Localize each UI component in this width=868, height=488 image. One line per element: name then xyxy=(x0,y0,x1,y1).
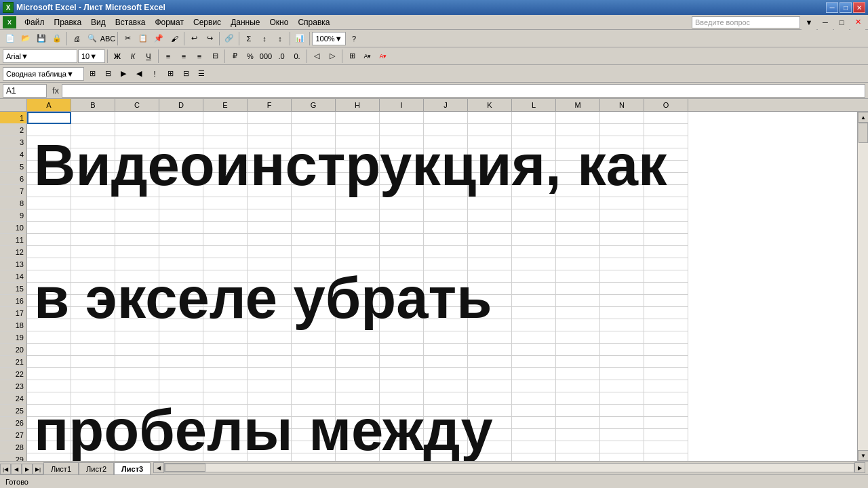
cell-I5[interactable] xyxy=(380,161,424,173)
zoom-selector[interactable]: 100%▼ xyxy=(312,32,346,45)
new-btn[interactable]: 📄 xyxy=(3,31,18,46)
cell-O4[interactable] xyxy=(644,148,688,161)
cell-C3[interactable] xyxy=(115,136,159,148)
cell-O22[interactable] xyxy=(644,368,688,380)
cell-A21[interactable] xyxy=(27,356,71,368)
pivot-btn7[interactable]: ⊟ xyxy=(178,66,193,81)
cell-N18[interactable] xyxy=(600,319,644,331)
cell-A23[interactable] xyxy=(27,380,71,392)
cell-J8[interactable] xyxy=(424,197,468,209)
help-search-btn[interactable]: ▼ xyxy=(802,15,816,30)
cell-O18[interactable] xyxy=(644,319,688,331)
cell-D3[interactable] xyxy=(159,136,203,148)
cell-H23[interactable] xyxy=(336,380,380,392)
cell-K29[interactable] xyxy=(468,453,512,461)
help-btn[interactable]: ? xyxy=(347,31,361,46)
cell-M22[interactable] xyxy=(556,368,600,380)
cell-C29[interactable] xyxy=(115,453,159,461)
cell-K4[interactable] xyxy=(468,148,512,161)
cell-O19[interactable] xyxy=(644,331,688,344)
col-header-b[interactable]: B xyxy=(71,99,115,111)
cell-F23[interactable] xyxy=(248,380,292,392)
cell-D13[interactable] xyxy=(159,258,203,270)
cell-N10[interactable] xyxy=(600,222,644,234)
cell-E19[interactable] xyxy=(203,331,248,344)
cell-F10[interactable] xyxy=(248,222,292,234)
cell-C25[interactable] xyxy=(115,405,159,417)
row-num-21[interactable]: 21 xyxy=(0,356,26,368)
cell-L19[interactable] xyxy=(512,331,556,344)
row-num-5[interactable]: 5 xyxy=(0,161,26,173)
cell-I28[interactable] xyxy=(380,441,424,453)
menu-window[interactable]: Окно xyxy=(265,16,292,28)
cell-C26[interactable] xyxy=(115,417,159,429)
row-num-22[interactable]: 22 xyxy=(0,368,26,380)
cell-L27[interactable] xyxy=(512,429,556,441)
save-btn[interactable]: 💾 xyxy=(34,31,49,46)
menu-help[interactable]: Справка xyxy=(294,16,334,28)
cell-H5[interactable] xyxy=(336,161,380,173)
cell-A22[interactable] xyxy=(27,368,71,380)
cell-I21[interactable] xyxy=(380,356,424,368)
cell-H7[interactable] xyxy=(336,185,380,197)
cell-F13[interactable] xyxy=(248,258,292,270)
cell-K24[interactable] xyxy=(468,392,512,405)
cell-M23[interactable] xyxy=(556,380,600,392)
cell-D15[interactable] xyxy=(159,283,203,295)
window-min-btn2[interactable]: ─ xyxy=(818,15,833,30)
cell-C18[interactable] xyxy=(115,319,159,331)
cell-K5[interactable] xyxy=(468,161,512,173)
cell-A13[interactable] xyxy=(27,258,71,270)
cell-K8[interactable] xyxy=(468,197,512,209)
cell-J28[interactable] xyxy=(424,441,468,453)
cell-B1[interactable] xyxy=(71,112,115,124)
cell-N2[interactable] xyxy=(600,124,644,136)
cell-H1[interactable] xyxy=(336,112,380,124)
cell-F12[interactable] xyxy=(248,246,292,258)
cell-A10[interactable] xyxy=(27,222,71,234)
cell-M10[interactable] xyxy=(556,222,600,234)
cell-M16[interactable] xyxy=(556,295,600,307)
cell-B14[interactable] xyxy=(71,270,115,283)
thousands-btn[interactable]: 000 xyxy=(258,49,273,64)
row-num-16[interactable]: 16 xyxy=(0,295,26,307)
row-num-23[interactable]: 23 xyxy=(0,380,26,392)
formula-icon[interactable]: fx xyxy=(52,85,59,96)
cell-E1[interactable] xyxy=(203,112,248,124)
cell-N27[interactable] xyxy=(600,429,644,441)
sheet-tab-1[interactable]: Лист1 xyxy=(43,462,79,474)
cell-H14[interactable] xyxy=(336,270,380,283)
cell-B12[interactable] xyxy=(71,246,115,258)
cell-E13[interactable] xyxy=(203,258,248,270)
merge-btn[interactable]: ⊟ xyxy=(208,49,222,64)
cell-A27[interactable] xyxy=(27,429,71,441)
cell-B29[interactable] xyxy=(71,453,115,461)
cell-D6[interactable] xyxy=(159,173,203,185)
close-button[interactable]: ✕ xyxy=(853,2,865,13)
cell-G15[interactable] xyxy=(292,283,336,295)
cell-M21[interactable] xyxy=(556,356,600,368)
cell-O28[interactable] xyxy=(644,441,688,453)
cell-G12[interactable] xyxy=(292,246,336,258)
cell-I14[interactable] xyxy=(380,270,424,283)
cell-G4[interactable] xyxy=(292,148,336,161)
preview-btn[interactable]: 🔍 xyxy=(85,31,100,46)
cell-K6[interactable] xyxy=(468,173,512,185)
cut-btn[interactable]: ✂ xyxy=(120,31,135,46)
cell-G19[interactable] xyxy=(292,331,336,344)
cell-H22[interactable] xyxy=(336,368,380,380)
cell-L16[interactable] xyxy=(512,295,556,307)
scroll-up-btn[interactable]: ▲ xyxy=(858,112,868,123)
cell-B20[interactable] xyxy=(71,344,115,356)
cell-H10[interactable] xyxy=(336,222,380,234)
cell-O3[interactable] xyxy=(644,136,688,148)
cell-M9[interactable] xyxy=(556,209,600,222)
cell-O23[interactable] xyxy=(644,380,688,392)
cell-B10[interactable] xyxy=(71,222,115,234)
cell-H27[interactable] xyxy=(336,429,380,441)
cell-J18[interactable] xyxy=(424,319,468,331)
cell-O9[interactable] xyxy=(644,209,688,222)
cell-M24[interactable] xyxy=(556,392,600,405)
cell-L5[interactable] xyxy=(512,161,556,173)
cell-C24[interactable] xyxy=(115,392,159,405)
